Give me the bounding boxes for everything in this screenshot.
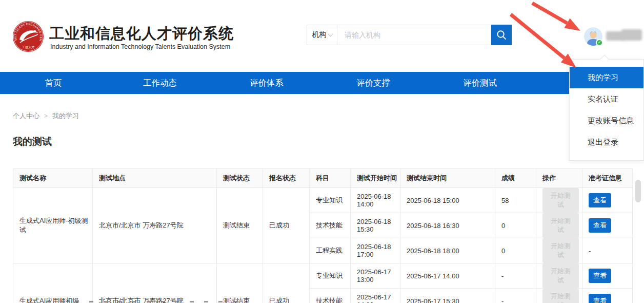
- col-reg-status: 报名状态: [263, 169, 310, 188]
- table-row: 生成式AI应用师-初级测试 北京市/北京市 万寿路27号院 测试结束 已成功 专…: [13, 188, 633, 213]
- user-dropdown-menu: 我的学习 实名认证 更改账号信息 退出登录: [569, 59, 644, 161]
- start-test-button[interactable]: 开始测试: [542, 213, 579, 238]
- col-test-location: 测试地点: [93, 169, 217, 188]
- breadcrumb-personal-center[interactable]: 个人中心: [13, 111, 39, 121]
- page-title: 工业和信息化人才评价系统: [49, 24, 234, 44]
- page-subtitle: Industry and Information Technology Tale…: [50, 43, 230, 50]
- cell-test-location: 北京市/北京市 万寿路27号院: [93, 263, 217, 303]
- search-input[interactable]: [337, 25, 491, 45]
- view-ticket-button[interactable]: 查看: [589, 269, 611, 283]
- table-header-row: 测试名称 测试地点 测试状态 报名状态 科目 测试开始时间 测试结束时间 成绩 …: [13, 169, 633, 188]
- cell-test-name: 生成式AI应用师-初级测试: [13, 188, 93, 263]
- start-test-button[interactable]: 开始测试: [542, 238, 579, 263]
- start-test-button[interactable]: 开始测试: [542, 289, 579, 303]
- nav-item-evaluation-system[interactable]: 评价体系: [213, 72, 320, 94]
- view-ticket-button[interactable]: 查看: [589, 294, 611, 303]
- search-category-select[interactable]: 机构: [307, 25, 337, 45]
- col-start-time: 测试开始时间: [351, 169, 400, 188]
- cell-start-time: 2025-06-18 14:00: [351, 188, 400, 213]
- chevron-down-icon: [328, 32, 333, 37]
- cell-subject: 技术技能: [310, 213, 351, 238]
- cell-end-time: 2025-06-17 14:00: [400, 263, 495, 289]
- breadcrumb-separator: >: [44, 112, 48, 120]
- menu-item-my-learning[interactable]: 我的学习: [570, 67, 643, 88]
- nav-item-news[interactable]: 工作动态: [107, 72, 213, 94]
- main-nav: 首页 工作动态 评价体系 评价支撑 评价测试: [0, 72, 644, 94]
- cell-test-name: 生成式AI应用师初级: [13, 263, 93, 303]
- verified-check-icon: ✓: [596, 39, 603, 46]
- cell-start-time: 2025-06-17 14:30: [351, 289, 400, 303]
- header: MIIT TALENT EXCHANGE CENTER 工信人才 工业和信息化人…: [0, 0, 644, 72]
- cell-reg-status: 已成功: [263, 263, 310, 303]
- cell-score: -: [495, 263, 536, 289]
- col-score: 成绩: [495, 169, 536, 188]
- cell-ticket-empty: -: [582, 238, 633, 263]
- col-admission-ticket: 准考证信息: [582, 169, 633, 188]
- cell-score: -: [495, 289, 536, 303]
- breadcrumb-my-learning: 我的学习: [52, 111, 79, 121]
- nav-item-evaluation-support[interactable]: 评价支撑: [320, 72, 427, 94]
- scrollbar-thumb[interactable]: [635, 180, 641, 202]
- cell-score: 58: [495, 188, 536, 213]
- cell-end-time: 2025-06-17 15:30: [400, 289, 495, 303]
- username-redacted-blur: [621, 29, 642, 41]
- svg-text:工信人才: 工信人才: [22, 45, 35, 49]
- menu-item-logout[interactable]: 退出登录: [570, 131, 643, 153]
- col-test-status: 测试状态: [217, 169, 263, 188]
- cell-end-time: 2025-06-18 18:00: [400, 238, 495, 263]
- col-end-time: 测试结束时间: [400, 169, 495, 188]
- cell-start-time: 2025-06-18 17:00: [351, 238, 400, 263]
- cell-test-status: 测试结束: [217, 188, 263, 263]
- view-ticket-button[interactable]: 查看: [589, 218, 611, 233]
- page: { "header": { "logo": { "arc_text": "MII…: [0, 0, 644, 303]
- cell-test-status: 测试结束: [217, 263, 263, 303]
- search-bar: 机构: [307, 25, 512, 45]
- breadcrumb: 个人中心 > 我的学习: [13, 111, 79, 121]
- search-icon: [495, 29, 508, 41]
- cell-start-time: 2025-06-18 15:30: [351, 213, 400, 238]
- table-row: 生成式AI应用师初级 北京市/北京市 万寿路27号院 测试结束 已成功 专业知识…: [13, 263, 633, 289]
- cell-reg-status: 已成功: [263, 188, 310, 263]
- menu-item-change-account-info[interactable]: 更改账号信息: [570, 110, 643, 131]
- cell-subject: 专业知识: [310, 263, 351, 289]
- cell-end-time: 2025-06-18 15:00: [400, 188, 495, 213]
- cell-end-time: 2025-06-18 16:30: [400, 213, 495, 238]
- nav-item-evaluation-test[interactable]: 评价测试: [427, 72, 533, 94]
- start-test-button[interactable]: 开始测试: [542, 263, 579, 288]
- clipped-content-fragments: [46, 301, 241, 302]
- cell-subject: 专业知识: [310, 188, 351, 213]
- cell-subject: 技术技能: [310, 289, 351, 303]
- col-action: 操作: [536, 169, 582, 188]
- cell-start-time: 2025-06-17 13:00: [351, 263, 400, 289]
- nav-item-home[interactable]: 首页: [0, 72, 107, 94]
- start-test-button[interactable]: 开始测试: [542, 188, 579, 213]
- miit-logo-icon[interactable]: MIIT TALENT EXCHANGE CENTER 工信人才: [12, 21, 44, 52]
- search-category-label: 机构: [312, 30, 327, 40]
- col-subject: 科目: [310, 169, 351, 188]
- section-title-my-tests: 我的测试: [13, 135, 52, 148]
- view-ticket-button[interactable]: 查看: [589, 193, 611, 207]
- my-tests-table: 测试名称 测试地点 测试状态 报名状态 科目 测试开始时间 测试结束时间 成绩 …: [13, 168, 632, 303]
- menu-item-real-name-auth[interactable]: 实名认证: [570, 88, 643, 110]
- cell-test-location: 北京市/北京市 万寿路27号院: [93, 188, 217, 263]
- cell-subject: 工程实践: [310, 238, 351, 263]
- cell-score: 0: [495, 238, 536, 263]
- cell-score: 0: [495, 213, 536, 238]
- col-test-name: 测试名称: [13, 169, 93, 188]
- search-button[interactable]: [491, 25, 512, 45]
